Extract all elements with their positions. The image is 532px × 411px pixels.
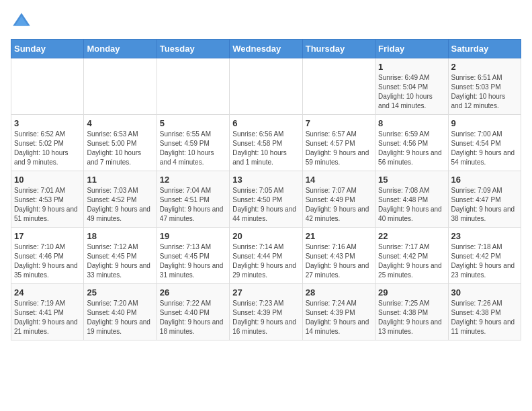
day-number: 10 [14,175,81,185]
header-cell-sunday: Sunday [11,40,84,58]
day-cell: 30Sunrise: 7:26 AM Sunset: 4:38 PM Dayli… [448,284,521,340]
day-number: 19 [160,231,226,241]
day-info: Sunrise: 7:18 AM Sunset: 4:42 PM Dayligh… [451,242,518,280]
day-cell: 24Sunrise: 7:19 AM Sunset: 4:41 PM Dayli… [11,284,84,340]
day-cell: 14Sunrise: 7:07 AM Sunset: 4:49 PM Dayli… [302,171,375,228]
day-number: 29 [378,287,445,298]
day-cell: 3Sunrise: 6:52 AM Sunset: 5:02 PM Daylig… [11,115,84,171]
day-number: 9 [451,118,518,128]
day-number: 22 [378,231,445,241]
day-info: Sunrise: 6:56 AM Sunset: 4:58 PM Dayligh… [232,130,299,167]
week-row-3: 10Sunrise: 7:01 AM Sunset: 4:53 PM Dayli… [11,171,521,228]
day-cell: 19Sunrise: 7:13 AM Sunset: 4:45 PM Dayli… [157,228,229,284]
day-cell: 29Sunrise: 7:25 AM Sunset: 4:38 PM Dayli… [375,284,448,340]
header-cell-saturday: Saturday [448,40,521,58]
day-cell [302,58,375,115]
day-cell: 18Sunrise: 7:12 AM Sunset: 4:45 PM Dayli… [84,228,157,284]
day-number: 1 [378,62,445,72]
day-info: Sunrise: 6:49 AM Sunset: 5:04 PM Dayligh… [378,73,445,111]
logo-icon [11,11,32,32]
header-cell-friday: Friday [375,40,448,58]
day-info: Sunrise: 7:10 AM Sunset: 4:46 PM Dayligh… [14,242,81,280]
calendar-header: SundayMondayTuesdayWednesdayThursdayFrid… [11,40,521,58]
header-cell-wednesday: Wednesday [230,40,302,58]
day-number: 8 [378,118,445,128]
week-row-1: 1Sunrise: 6:49 AM Sunset: 5:04 PM Daylig… [11,58,521,115]
day-cell: 23Sunrise: 7:18 AM Sunset: 4:42 PM Dayli… [448,228,521,284]
header-cell-monday: Monday [84,40,157,58]
day-info: Sunrise: 7:13 AM Sunset: 4:45 PM Dayligh… [160,242,226,280]
day-info: Sunrise: 7:04 AM Sunset: 4:51 PM Dayligh… [160,186,226,224]
day-cell: 10Sunrise: 7:01 AM Sunset: 4:53 PM Dayli… [11,171,84,228]
day-cell: 13Sunrise: 7:05 AM Sunset: 4:50 PM Dayli… [230,171,302,228]
day-number: 24 [14,287,81,298]
day-number: 3 [14,118,81,128]
header-cell-thursday: Thursday [302,40,375,58]
day-cell: 12Sunrise: 7:04 AM Sunset: 4:51 PM Dayli… [157,171,229,228]
day-cell: 26Sunrise: 7:22 AM Sunset: 4:40 PM Dayli… [157,284,229,340]
day-info: Sunrise: 6:52 AM Sunset: 5:02 PM Dayligh… [14,130,81,167]
day-cell [230,58,302,115]
day-info: Sunrise: 7:17 AM Sunset: 4:42 PM Dayligh… [378,242,445,280]
day-number: 15 [378,175,445,185]
day-info: Sunrise: 7:23 AM Sunset: 4:39 PM Dayligh… [232,299,299,336]
day-number: 26 [160,287,226,298]
day-number: 16 [451,175,518,185]
day-cell: 11Sunrise: 7:03 AM Sunset: 4:52 PM Dayli… [84,171,157,228]
day-info: Sunrise: 7:09 AM Sunset: 4:47 PM Dayligh… [451,186,518,224]
day-cell: 5Sunrise: 6:55 AM Sunset: 4:59 PM Daylig… [157,115,229,171]
day-cell: 16Sunrise: 7:09 AM Sunset: 4:47 PM Dayli… [448,171,521,228]
day-cell: 2Sunrise: 6:51 AM Sunset: 5:03 PM Daylig… [448,58,521,115]
day-info: Sunrise: 7:26 AM Sunset: 4:38 PM Dayligh… [451,299,518,336]
day-cell: 1Sunrise: 6:49 AM Sunset: 5:04 PM Daylig… [375,58,448,115]
day-number: 2 [451,62,518,72]
week-row-4: 17Sunrise: 7:10 AM Sunset: 4:46 PM Dayli… [11,228,521,284]
day-cell: 9Sunrise: 7:00 AM Sunset: 4:54 PM Daylig… [448,115,521,171]
day-info: Sunrise: 6:53 AM Sunset: 5:00 PM Dayligh… [87,130,153,167]
day-number: 21 [306,231,372,241]
header [11,11,521,32]
day-info: Sunrise: 7:25 AM Sunset: 4:38 PM Dayligh… [378,299,445,336]
day-cell: 22Sunrise: 7:17 AM Sunset: 4:42 PM Dayli… [375,228,448,284]
day-cell [11,58,84,115]
day-number: 18 [87,231,153,241]
day-cell: 28Sunrise: 7:24 AM Sunset: 4:39 PM Dayli… [302,284,375,340]
day-info: Sunrise: 7:07 AM Sunset: 4:49 PM Dayligh… [306,186,372,224]
logo [11,11,35,32]
day-number: 30 [451,287,518,298]
day-number: 14 [306,175,372,185]
day-number: 17 [14,231,81,241]
day-cell: 15Sunrise: 7:08 AM Sunset: 4:48 PM Dayli… [375,171,448,228]
day-info: Sunrise: 7:00 AM Sunset: 4:54 PM Dayligh… [451,130,518,167]
day-info: Sunrise: 6:57 AM Sunset: 4:57 PM Dayligh… [306,130,372,167]
day-number: 28 [306,287,372,298]
day-info: Sunrise: 7:22 AM Sunset: 4:40 PM Dayligh… [160,299,226,336]
day-info: Sunrise: 7:12 AM Sunset: 4:45 PM Dayligh… [87,242,153,280]
day-cell: 4Sunrise: 6:53 AM Sunset: 5:00 PM Daylig… [84,115,157,171]
day-cell [157,58,229,115]
day-number: 13 [232,175,299,185]
day-cell: 25Sunrise: 7:20 AM Sunset: 4:40 PM Dayli… [84,284,157,340]
day-cell: 27Sunrise: 7:23 AM Sunset: 4:39 PM Dayli… [230,284,302,340]
day-number: 6 [232,118,299,128]
day-number: 4 [87,118,153,128]
day-info: Sunrise: 7:20 AM Sunset: 4:40 PM Dayligh… [87,299,153,336]
day-info: Sunrise: 6:59 AM Sunset: 4:56 PM Dayligh… [378,130,445,167]
day-cell: 20Sunrise: 7:14 AM Sunset: 4:44 PM Dayli… [230,228,302,284]
day-info: Sunrise: 7:05 AM Sunset: 4:50 PM Dayligh… [232,186,299,224]
day-number: 20 [232,231,299,241]
day-cell: 8Sunrise: 6:59 AM Sunset: 4:56 PM Daylig… [375,115,448,171]
calendar-table: SundayMondayTuesdayWednesdayThursdayFrid… [11,39,521,340]
day-cell: 7Sunrise: 6:57 AM Sunset: 4:57 PM Daylig… [302,115,375,171]
header-cell-tuesday: Tuesday [157,40,229,58]
day-info: Sunrise: 7:08 AM Sunset: 4:48 PM Dayligh… [378,186,445,224]
day-number: 5 [160,118,226,128]
day-info: Sunrise: 7:03 AM Sunset: 4:52 PM Dayligh… [87,186,153,224]
day-info: Sunrise: 6:55 AM Sunset: 4:59 PM Dayligh… [160,130,226,167]
header-row: SundayMondayTuesdayWednesdayThursdayFrid… [11,40,521,58]
day-cell: 21Sunrise: 7:16 AM Sunset: 4:43 PM Dayli… [302,228,375,284]
day-info: Sunrise: 7:24 AM Sunset: 4:39 PM Dayligh… [306,299,372,336]
week-row-2: 3Sunrise: 6:52 AM Sunset: 5:02 PM Daylig… [11,115,521,171]
day-number: 23 [451,231,518,241]
day-number: 12 [160,175,226,185]
